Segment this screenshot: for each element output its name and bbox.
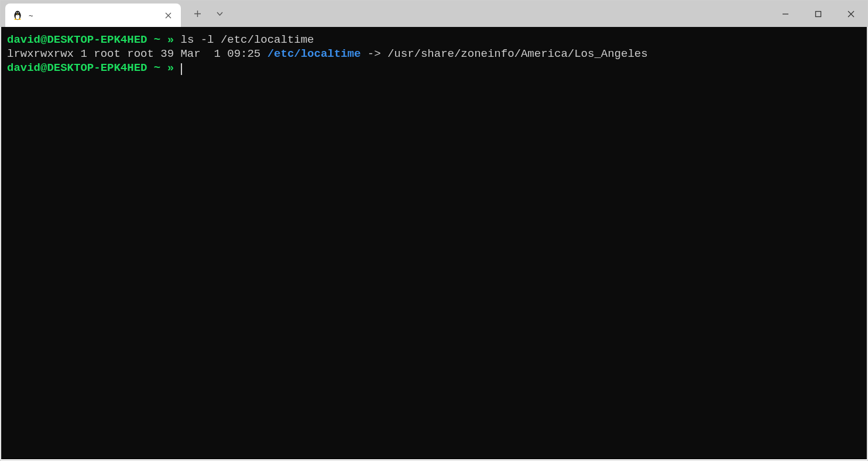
close-window-button[interactable] [835, 1, 867, 27]
titlebar: ~ [1, 1, 867, 27]
window-controls [769, 1, 867, 27]
terminal-line: david@DESKTOP-EPK4HED ~ » [7, 61, 861, 75]
svg-point-8 [18, 19, 21, 20]
new-tab-button[interactable] [191, 8, 203, 20]
output-text: -> /usr/share/zoneinfo/America/Los_Angel… [361, 47, 647, 60]
prompt-cwd: ~ [154, 33, 160, 46]
svg-point-5 [16, 13, 17, 13]
prompt-user: david@DESKTOP-EPK4HED [7, 62, 147, 74]
symlink-path: /etc/localtime [267, 47, 361, 60]
prompt-marker: » [167, 33, 174, 46]
command-text: ls -l /etc/localtime [180, 33, 314, 46]
chevron-down-icon[interactable] [214, 8, 225, 20]
cursor [181, 63, 182, 75]
svg-point-6 [18, 13, 19, 13]
prompt-marker: » [167, 62, 174, 74]
titlebar-actions [181, 1, 225, 27]
svg-point-7 [14, 19, 17, 20]
output-text: lrwxrwxrwx 1 root root 39 Mar 1 09:25 [7, 47, 267, 60]
tab-title: ~ [29, 11, 162, 20]
tab-active[interactable]: ~ [5, 4, 181, 27]
penguin-icon [12, 10, 23, 21]
terminal-line: lrwxrwxrwx 1 root root 39 Mar 1 09:25 /e… [7, 47, 861, 61]
prompt-user: david@DESKTOP-EPK4HED [7, 33, 147, 46]
close-icon[interactable] [162, 9, 174, 21]
svg-rect-9 [816, 11, 821, 16]
prompt-cwd: ~ [154, 62, 160, 74]
terminal-line: david@DESKTOP-EPK4HED ~ » ls -l /etc/loc… [7, 33, 861, 47]
terminal-body[interactable]: david@DESKTOP-EPK4HED ~ » ls -l /etc/loc… [1, 27, 867, 459]
minimize-button[interactable] [769, 1, 802, 27]
maximize-button[interactable] [802, 1, 835, 27]
